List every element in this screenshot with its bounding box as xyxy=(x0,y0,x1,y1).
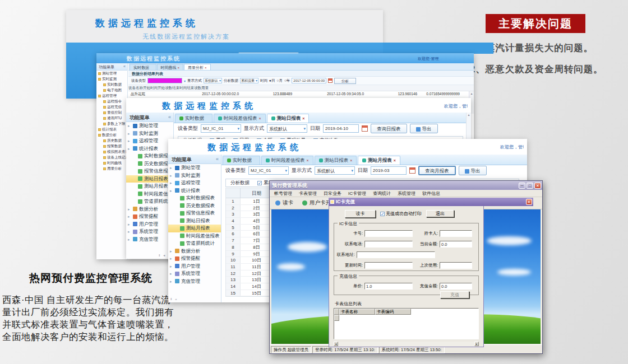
query-daily-report-button[interactable]: 查询日报表 xyxy=(371,124,407,133)
maximize-button[interactable]: □ xyxy=(527,183,533,189)
tree-item[interactable]: ▸ 时间段差值报表 xyxy=(126,190,173,198)
calendar-icon[interactable] xyxy=(328,78,333,83)
dialog-close-button[interactable]: ✕ xyxy=(526,199,532,205)
export-button[interactable]: 导出 xyxy=(459,166,487,175)
tree-item[interactable]: 量值控制 xyxy=(96,110,127,115)
tree-item[interactable]: ▸ 充值管理 xyxy=(168,278,221,286)
tree-item[interactable]: ▸ 管道损耗统计 xyxy=(126,198,173,206)
tree-item[interactable]: 时间曲线 xyxy=(96,160,127,166)
device-combo[interactable]: MJ_IC_01▾ xyxy=(201,124,241,133)
tree-item[interactable]: ▸ 报警信息报表 xyxy=(168,209,221,217)
tree-item[interactable]: 参数上下限 xyxy=(96,121,127,127)
tree-item[interactable]: 统计报表 xyxy=(96,127,127,132)
tree-item[interactable]: ▸ 实时监测 xyxy=(126,130,173,138)
text-input[interactable] xyxy=(440,262,472,269)
menu-item[interactable]: 卡表管理 xyxy=(296,190,320,197)
menu-item[interactable]: 软件信息 xyxy=(419,190,443,197)
tree-item[interactable]: ▸ 测站日报表 xyxy=(168,217,221,225)
exit-button[interactable]: 退出 xyxy=(426,210,454,217)
tab-close-icon[interactable]: × xyxy=(178,66,180,69)
collapse-icon[interactable]: « xyxy=(216,156,219,162)
pagination-handle[interactable]: ‖ ◂ xyxy=(159,253,166,257)
radio-month[interactable]: ○月 xyxy=(276,78,282,83)
tree-item[interactable]: ▸ 用户管理 xyxy=(126,221,173,228)
collapse-icon[interactable]: « xyxy=(123,64,126,68)
collapse-icon[interactable]: « xyxy=(168,114,171,120)
tree-item[interactable]: ▸ 系统管理 xyxy=(168,270,221,278)
tab[interactable]: 实时数据 × xyxy=(223,156,260,165)
tree-item[interactable]: 报警数据 xyxy=(96,143,127,149)
tree-item[interactable]: 远程充值 xyxy=(96,104,127,110)
minimize-button[interactable]: ─ xyxy=(519,183,525,189)
tab-close-icon[interactable]: × xyxy=(350,156,352,165)
tab-close-icon[interactable]: × xyxy=(205,66,207,69)
tree-item[interactable]: 测站管理 xyxy=(96,71,127,76)
scroll-right-icon[interactable]: ▸ xyxy=(474,342,479,346)
amount-input[interactable]: 0.0 xyxy=(440,283,472,290)
pagination-handle[interactable]: ‖ « xyxy=(170,297,178,301)
date-input[interactable]: 2019-04-10 xyxy=(323,124,359,133)
analyze-button[interactable]: 分析 xyxy=(334,78,356,84)
tree-item[interactable]: ▸ 报警提醒 xyxy=(126,213,173,221)
tree-item[interactable]: ▸ 充值管理 xyxy=(126,236,173,244)
tab-close-icon[interactable]: × xyxy=(394,156,396,165)
text-input[interactable] xyxy=(364,230,413,237)
tree-item[interactable]: ▸ 数据分析 xyxy=(168,248,221,255)
tab-close-icon[interactable]: × xyxy=(302,114,304,123)
analyze-combo[interactable]: 累积流量▾ xyxy=(240,78,258,83)
tree-item[interactable]: ▸ 系统管理 xyxy=(126,228,173,236)
datetime-input[interactable]: 2017-12-05 00:00:00 xyxy=(292,78,326,83)
tab[interactable]: 时间曲线× xyxy=(157,64,184,70)
price-input[interactable]: 1.0 xyxy=(364,283,413,290)
tree-item[interactable]: ▸ 报警提醒 xyxy=(168,255,221,263)
tree-item[interactable]: ▸ 统计报表 xyxy=(168,187,221,195)
text-input[interactable] xyxy=(364,262,413,269)
tab[interactable]: 时间段差值报表 × xyxy=(214,114,266,123)
radio-day[interactable]: ●日 xyxy=(269,78,275,83)
tree-item[interactable]: ▸ 测站月报表 xyxy=(126,183,173,190)
tab-close-icon[interactable]: × xyxy=(307,156,309,165)
auto-print-checkbox[interactable]: ✓ 充值成功自动打印 xyxy=(380,211,422,217)
tree-item[interactable]: 远程指令 xyxy=(96,99,127,104)
recharge-button[interactable]: 充值 xyxy=(440,291,469,298)
calendar-icon[interactable] xyxy=(409,167,415,174)
tree-item[interactable]: 实时数据 xyxy=(96,82,127,87)
tree-item[interactable]: ▸ 数据分析 xyxy=(126,206,173,213)
horizontal-scrollbar[interactable]: ◂ ▸ xyxy=(334,342,479,346)
query-monthly-report-button[interactable]: 查询月报表 xyxy=(418,166,456,175)
tree-item[interactable]: 远程管理 xyxy=(96,93,127,99)
tree-item[interactable]: ▸ 测站日报表 xyxy=(126,175,173,183)
tree-item[interactable]: 设备上线记录 xyxy=(96,155,127,160)
table-row[interactable]: 晶升花苑 2017-12-05 00:00:02.0 123.888489 20… xyxy=(128,91,474,97)
tree-item[interactable]: 通讯RTU xyxy=(96,115,127,121)
tree-item[interactable]: ▸ 历史数据报表 xyxy=(126,160,173,168)
tab-close-icon[interactable]: × xyxy=(259,114,261,123)
tab[interactable]: 实时数据 × xyxy=(175,114,213,123)
text-input[interactable]: 0.0 xyxy=(440,241,472,248)
date-input[interactable]: 2019-03 xyxy=(371,166,407,175)
tree-item[interactable]: 数据分析 xyxy=(96,132,127,138)
tab[interactable]: 测站日报表 × xyxy=(267,114,310,123)
tree-item[interactable]: ▸ 管道损耗统计 xyxy=(168,240,221,248)
tree-item[interactable]: ▸ 时间段差值报表 xyxy=(168,232,221,240)
tree-item[interactable]: 实时监测 xyxy=(96,76,127,82)
device-combo[interactable] xyxy=(147,78,182,83)
card-table-row[interactable] xyxy=(334,315,478,321)
close-button[interactable]: ✕ xyxy=(534,183,541,189)
radio-year[interactable]: ○年 xyxy=(284,78,290,83)
tree-item[interactable]: ▸ 实时数据报表 xyxy=(126,152,173,160)
text-input[interactable] xyxy=(357,251,435,258)
menu-item[interactable]: IC卡管理 xyxy=(345,190,369,197)
menu-item[interactable]: 日常业务 xyxy=(321,190,344,197)
tree-item[interactable]: ▸ 用户管理 xyxy=(168,263,221,270)
display-combo[interactable]: 系统默认▾ xyxy=(315,166,355,175)
dialog-titlebar[interactable]: IC卡充值 ✕ xyxy=(329,198,533,206)
tab[interactable]: 时间段差值报表 × xyxy=(261,156,313,165)
tree-item[interactable]: ▸ 测站管理 xyxy=(168,164,221,172)
tree-item[interactable]: ▸ 历史数据报表 xyxy=(168,202,221,210)
tree-item[interactable]: 模拟图表查询 xyxy=(96,149,127,155)
tree-item[interactable]: 用量分析 xyxy=(96,166,127,171)
tree-item[interactable]: 电子地图 xyxy=(96,87,127,93)
device-combo[interactable]: MJ_IC_01▾ xyxy=(248,166,289,175)
menu-item[interactable]: 系统管理 xyxy=(395,190,418,197)
